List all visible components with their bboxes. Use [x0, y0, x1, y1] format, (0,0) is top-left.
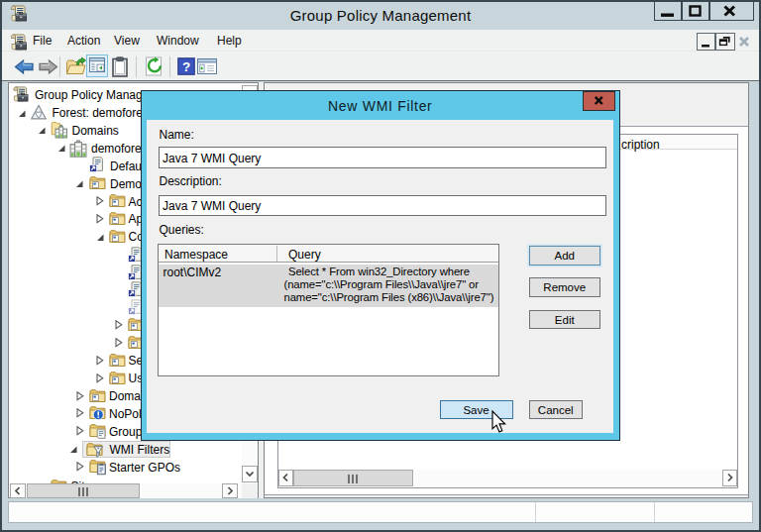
svg-text:?: ?	[181, 58, 189, 73]
